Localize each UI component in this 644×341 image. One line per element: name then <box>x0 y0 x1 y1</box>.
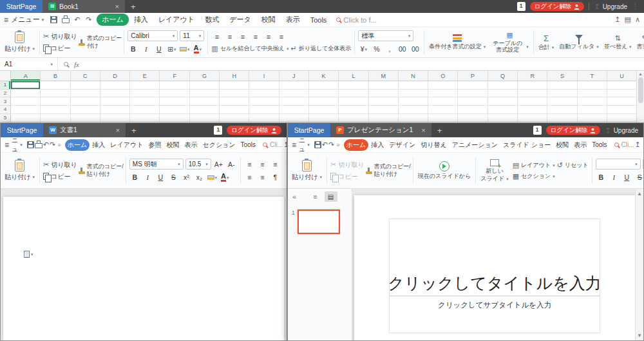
grid-cell[interactable] <box>130 90 160 98</box>
grid-cell[interactable] <box>607 114 636 122</box>
sort-button[interactable]: ⇅ 並べ替え▾ <box>601 28 634 56</box>
new-tab-button[interactable]: + <box>125 0 142 13</box>
upgrade-button[interactable]: ↥ Upgrade <box>594 3 627 10</box>
menu-tab[interactable]: 表示 <box>281 14 305 26</box>
grid-cell[interactable] <box>518 81 547 90</box>
grid-cell[interactable] <box>399 106 428 114</box>
tab-startpage[interactable]: StartPage <box>288 123 330 137</box>
column-header[interactable]: E <box>130 71 160 81</box>
grid-cell[interactable] <box>130 81 160 90</box>
grid-cell[interactable] <box>279 106 309 114</box>
grid-cell[interactable] <box>518 97 547 106</box>
share-icon[interactable]: ↥ <box>614 16 620 23</box>
reset-button[interactable]: ↺リセット <box>557 161 589 170</box>
grid-cell[interactable] <box>160 114 189 122</box>
align-center-button[interactable]: ≡ <box>263 32 274 42</box>
conditional-format-button[interactable]: 条件付き書式の設定▾ <box>426 28 488 56</box>
grid-cell[interactable] <box>309 106 339 114</box>
font-name-select[interactable]: Calibri▾ <box>128 30 178 41</box>
grid-cell[interactable] <box>279 97 309 106</box>
strikethrough-button[interactable]: S <box>168 172 179 182</box>
menu-tab[interactable]: 校閲 <box>164 139 182 151</box>
grid-cell[interactable] <box>220 81 249 90</box>
menu-tab[interactable]: 表示 <box>571 139 589 151</box>
menu-tab[interactable]: 参照 <box>146 139 164 151</box>
grid-cell[interactable] <box>488 90 518 98</box>
tab-book1[interactable]: ⊞ Book1 × <box>43 0 125 13</box>
underline-button[interactable]: U <box>155 172 166 182</box>
font-name-select[interactable]: ▾ <box>596 159 641 170</box>
grid-cell[interactable] <box>547 97 577 106</box>
grid-cell[interactable] <box>41 81 70 90</box>
valign-middle-button[interactable]: ≡ <box>224 32 235 42</box>
hamburger-icon[interactable]: ≡ <box>4 15 8 24</box>
font-size-select[interactable]: 0▾ <box>643 159 643 170</box>
row-header[interactable]: 1 <box>0 81 11 90</box>
grid-cell[interactable] <box>130 97 160 106</box>
select-all-corner[interactable] <box>0 71 11 81</box>
grid-cell[interactable] <box>458 114 488 122</box>
grid-cell[interactable] <box>309 97 339 106</box>
font-size-select[interactable]: 10.5▾ <box>185 159 211 170</box>
align-center-button[interactable]: ≡ <box>257 159 268 170</box>
grid-cell[interactable] <box>488 97 518 106</box>
format-button[interactable]: ✎ 書式▾ <box>634 28 644 56</box>
column-header[interactable]: R <box>518 71 547 81</box>
insert-function-icon[interactable]: fx <box>74 61 79 68</box>
grid-cell[interactable] <box>71 114 100 122</box>
menu-tab[interactable]: レイアウト <box>153 14 200 26</box>
menu-button[interactable]: メニュー <box>11 15 40 24</box>
grid-cell[interactable] <box>190 90 220 98</box>
tab-startpage[interactable]: StartPage <box>0 0 43 13</box>
format-painter-button[interactable]: 書式のコピー/貼り付け <box>79 155 124 186</box>
redo-icon[interactable]: ↷ <box>83 15 94 25</box>
outline-view-icon[interactable]: ≡ <box>309 191 322 202</box>
grid-cell[interactable] <box>11 90 41 98</box>
grid-cell[interactable] <box>399 81 428 90</box>
italic-button[interactable]: I <box>140 44 151 54</box>
grid-cell[interactable] <box>578 106 607 114</box>
italic-button[interactable]: I <box>609 172 620 182</box>
grid-cell[interactable] <box>279 81 309 90</box>
share-icon[interactable]: ↥ <box>283 141 287 148</box>
grid-cell[interactable] <box>309 81 339 90</box>
menu-tab[interactable]: 校閲 <box>553 139 571 151</box>
grid-cell[interactable] <box>249 106 279 114</box>
scroll-down-icon[interactable]: ▼ <box>637 333 642 338</box>
borders-button[interactable]: ⊞▾ <box>166 44 177 54</box>
grid-cell[interactable] <box>488 81 518 90</box>
menu-button[interactable]: メニュー <box>299 137 305 153</box>
grid-cell[interactable] <box>369 114 399 122</box>
font-color-button[interactable]: A▾ <box>192 44 203 54</box>
menu-tab[interactable]: ホーム <box>97 14 129 26</box>
grid-cell[interactable] <box>428 81 458 90</box>
search-box[interactable]: Click to f... <box>336 16 376 24</box>
notification-badge[interactable]: 1 <box>517 2 526 10</box>
grid-cell[interactable] <box>249 114 279 122</box>
notification-badge[interactable]: 1 <box>533 126 542 134</box>
function-search-icon[interactable] <box>64 62 68 66</box>
hamburger-icon[interactable]: ≡ <box>5 141 9 150</box>
grid-cell[interactable] <box>399 97 428 106</box>
grid-cell[interactable] <box>339 97 368 106</box>
grid-cell[interactable] <box>518 114 547 122</box>
grid-cell[interactable] <box>11 81 41 90</box>
grid-cell[interactable] <box>607 90 636 98</box>
grid-cell[interactable] <box>41 97 70 106</box>
column-header[interactable]: I <box>249 71 279 81</box>
font-name-select[interactable]: MS 明朝▾ <box>129 159 184 170</box>
grid-cell[interactable] <box>607 106 636 114</box>
save-icon[interactable] <box>314 140 321 150</box>
logout-button[interactable]: ログイン解除 <box>546 126 601 135</box>
more-paragraph-icon[interactable]: ⋮ <box>283 172 287 182</box>
valign-bottom-button[interactable]: ≡ <box>237 32 248 42</box>
close-tab-icon[interactable]: × <box>416 126 425 134</box>
scroll-up-icon[interactable]: ▲ <box>638 72 643 76</box>
more-commands-icon[interactable]: » <box>57 141 61 148</box>
table-style-button[interactable]: ▦ テーブルの書式設定▾ <box>488 28 531 56</box>
grid-cell[interactable] <box>547 90 577 98</box>
grid-cell[interactable] <box>578 97 607 106</box>
column-header[interactable]: G <box>190 71 220 81</box>
menu-tab[interactable]: セクション <box>200 139 238 151</box>
grid-cell[interactable] <box>339 90 368 98</box>
